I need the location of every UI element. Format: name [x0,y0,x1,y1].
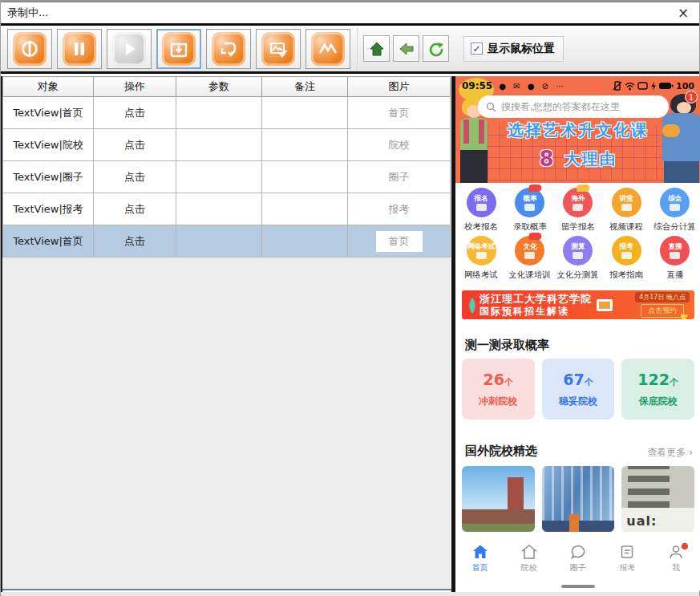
cell-object[interactable]: TextView|院校 [3,129,94,161]
quick-link-live[interactable]: 直播 直播 [651,236,699,281]
col-header-note[interactable]: 备注 [262,77,348,97]
quick-link-culture-score[interactable]: 测算 文化分测算 [554,236,602,281]
quick-link-video-courses[interactable]: 讲堂 视频课程 [602,188,650,233]
view-more-link[interactable]: 查看更多 › [647,446,693,460]
cursor-arrow-icon [681,312,690,319]
col-header-action[interactable]: 操作 [94,77,176,97]
cell-object[interactable]: TextView|圈子 [3,161,94,193]
play-button[interactable] [107,29,152,69]
quick-link-culture-training[interactable]: 文化 文化课培训 [505,236,553,281]
match-schools-card[interactable]: 67个 稳妥院校 [542,359,615,420]
cell-note[interactable] [262,97,348,129]
cell-image[interactable]: 首页 [348,97,451,129]
image-verify-button[interactable] [256,29,301,69]
table-row[interactable]: TextView|圈子 点击 圈子 [3,161,451,193]
home-icon [369,41,385,57]
col-header-object[interactable]: 对象 [3,77,94,97]
overseas-icon: 海外 [563,188,593,217]
lecture-icon: 讲堂 [612,188,641,217]
cell-image[interactable]: 报考 [348,193,451,225]
nav-tab-home[interactable]: 首页 [455,540,504,577]
cell-param[interactable] [176,129,262,161]
quick-link-application-guide[interactable]: 报考 报考指南 [602,236,650,281]
cell-image[interactable]: 圈子 [348,161,451,193]
notification-badge: 1 [685,91,698,103]
reach-schools-card[interactable]: 26个 冲刺院校 [462,359,535,420]
cell-param[interactable] [176,97,262,129]
device-refresh-button[interactable] [423,35,449,62]
ad-subtitle: 国际预科招生解读 [479,306,592,317]
cell-action[interactable]: 点击 [94,193,176,225]
cell-action[interactable]: 点击 [94,161,176,193]
cell-note[interactable] [262,129,348,161]
cell-object[interactable]: TextView|首页 [3,225,94,257]
safety-schools-card[interactable]: 122个 保底院校 [621,359,694,420]
cell-note[interactable] [262,161,348,193]
foreign-section-title: 国外院校精选 [465,444,537,459]
cell-action[interactable]: 点击 [94,225,176,257]
cell-param[interactable] [176,161,262,193]
nav-tab-apply[interactable]: 报考 [603,540,652,577]
table-row-selected[interactable]: TextView|首页 点击 首页 [3,225,451,257]
quick-link-online-exam[interactable]: 网络考试 网络考试 [457,236,505,281]
pause-record-button[interactable] [57,29,102,69]
cell-action[interactable]: 点击 [94,129,176,161]
col-header-param[interactable]: 参数 [176,77,262,97]
cell-image[interactable]: 院校 [348,129,451,161]
search-bar[interactable]: 搜搜看,您想的答案都在这里 [478,95,669,118]
image-thumbnail[interactable]: 首页 [376,231,423,252]
show-mouse-toggle[interactable]: ✓ 显示鼠标位置 [463,36,564,62]
save-box-icon [162,32,196,66]
table-header-row: 对象 操作 参数 备注 图片 [3,77,451,97]
cell-object[interactable]: TextView|首页 [3,97,94,129]
replay-verify-button[interactable] [206,29,251,69]
waveform-button[interactable] [305,29,350,69]
table-row[interactable]: TextView|院校 点击 院校 [3,129,451,161]
school-photo-brick-campus[interactable] [462,466,535,532]
cell-object[interactable]: TextView|报考 [3,193,94,225]
quick-link-composite-score[interactable]: 综合 综合分计算 [651,188,699,233]
stop-record-button[interactable] [7,29,52,69]
nav-tab-schools[interactable]: 院校 [504,540,553,577]
nav-tab-circle[interactable]: 圈子 [553,540,602,577]
application-guide-icon: 报考 [612,236,641,266]
main-area: 对象 操作 参数 备注 图片 TextView|首页 点击 首页 [1,76,699,592]
home-indicator[interactable] [561,585,595,588]
phone-hero-banner: 09:55 ● ✉ ● ⊘ ⋯ 100 搜搜看,您想的答案都在这里 [455,76,700,183]
table-row[interactable]: TextView|报考 点击 报考 [3,193,451,225]
school-photo-glass-building[interactable] [542,466,615,532]
cell-action[interactable]: 点击 [94,97,176,129]
ad-cta-button[interactable]: 点击预约 [641,304,684,318]
chat-bubble-icon [569,543,587,561]
cell-note[interactable] [262,225,348,257]
vibrate-icon [613,81,622,91]
device-back-button[interactable] [393,35,419,62]
save-steps-button[interactable] [156,29,201,69]
hero-number: 8 [539,147,553,171]
device-home-button[interactable] [363,35,390,62]
col-header-image[interactable]: 图片 [348,77,451,97]
battery-icon [659,82,674,90]
cell-image[interactable]: 首页 [348,225,451,257]
ad-title: 浙江理工大学科艺学院 [479,293,592,306]
quick-link-study-abroad[interactable]: 海外 留学报名 [554,188,602,233]
table-row[interactable]: TextView|首页 点击 首页 [3,97,451,129]
phone-screen: 09:55 ● ✉ ● ⊘ ⋯ 100 搜搜看,您想的答案都在这里 [455,76,700,590]
loop-check-icon [212,32,245,66]
close-icon[interactable]: × [667,5,699,21]
checkbox-checked-icon[interactable]: ✓ [471,43,483,55]
toolbar-separator [357,28,358,70]
image-check-icon [261,32,295,66]
cell-note[interactable] [262,193,348,225]
cell-param[interactable] [176,193,262,225]
envelope-icon [597,299,613,311]
quick-link-school-exam[interactable]: 报名 校考报名 [457,188,505,233]
nav-tab-me[interactable]: 我 [652,540,700,577]
foreign-schools-row: ual: [462,466,694,532]
quick-link-admission-probability[interactable]: 概率 录取概率 [505,188,553,233]
online-exam-icon: 网络考试 [467,236,496,266]
pause-icon [63,32,96,66]
cell-param[interactable] [176,225,262,257]
school-photo-ual-building[interactable]: ual: [621,466,694,532]
ad-banner[interactable]: 浙江理工大学科艺学院 国际预科招生解读 4月17日 晚八点 点击预约 [462,290,694,319]
